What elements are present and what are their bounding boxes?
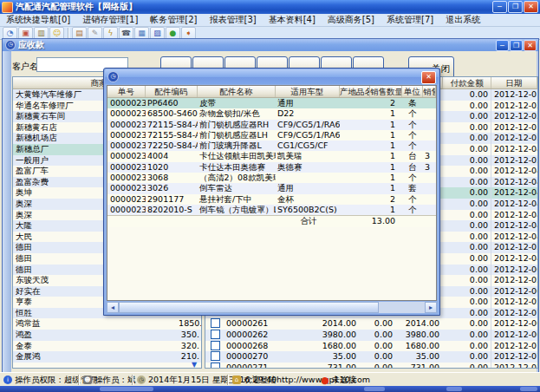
minimize-button[interactable]: ─ (492, 1, 507, 13)
table-row[interactable]: 000002308202010-S倒车镜（方电镀罩）LHSY6500B2C(S)… (107, 205, 436, 215)
window-close-button[interactable]: ✕ (524, 40, 537, 51)
date-cell: 2012-12-04 00:00:0 (491, 253, 537, 265)
list-item[interactable] (13, 363, 201, 369)
table-row[interactable]: 000002612014.000.002014.000.002012-12-06… (205, 318, 537, 330)
window-maximize-button[interactable]: ❐ (510, 40, 523, 51)
payment-cell: 0.00 (443, 220, 491, 232)
payment-cell: 0.00 (443, 275, 491, 286)
part-code-cell: 8202010-S (146, 205, 198, 215)
table-row[interactable]: 000002304004卡仕达领航丰田凯美瑞（8寸凯美瑞1台3 (107, 151, 436, 161)
menu-item-7[interactable]: 退出系统 (439, 14, 486, 26)
list-item[interactable]: 金展鸿210. (13, 351, 201, 363)
window-title: 应收款 (18, 39, 496, 51)
column-header: 适用车型 (276, 86, 340, 97)
table-row[interactable]: 0000023072155-S84-A11前门锁机感应器LHCF9/CG5/1/… (107, 130, 436, 140)
scroll-right-icon[interactable]: ▸ (425, 302, 437, 313)
scroll-down-icon[interactable]: ▼ (192, 361, 197, 369)
date-cell: 2012-12-06 14:56:5 (491, 286, 537, 297)
column-header: 付款金额 (443, 77, 491, 88)
table-row[interactable]: 000002302901177悬挂衬套/下中金杯2个 (107, 194, 436, 205)
menu-item-1[interactable]: 进销存管理[1] (76, 14, 144, 26)
paid-cell: 0.00 (360, 351, 394, 363)
close-button[interactable]: ✕ (524, 1, 538, 13)
part-name-cell: 前门玻璃升降器L (198, 140, 276, 151)
list-item[interactable]: 金泰320. (13, 341, 201, 352)
table-row[interactable]: 000002681680.000.001680.000.002012-12-07… (205, 341, 537, 352)
merchant-name: 鸿盈 (13, 330, 179, 341)
order-number-cell: 00000230 (107, 194, 146, 205)
clock-icon: ◷ (5, 40, 16, 50)
table-row[interactable]: 0000023072250-S84-A02前门玻璃升降器LCG1/CG5/CF1… (107, 140, 436, 151)
menu-item-4[interactable]: 基本资料[4] (263, 14, 322, 26)
part-name-cell: 皮带 (198, 98, 276, 108)
scrollbar-thumb[interactable] (119, 302, 379, 313)
maximize-button[interactable]: ❐ (508, 1, 523, 13)
statusbar: i 操作员权限：超级管理 ☻ 操作员：斌 ◷ 2014年1月15日 星期三 16… (0, 372, 540, 387)
list-item[interactable]: 鸿盈350. (13, 330, 201, 341)
order-number-cell: 00000230 (107, 183, 146, 193)
amount-cell: 2014.00 (280, 318, 360, 330)
table-row[interactable]: 0000023072115-S84-A01前门锁机感应器RHCF9/CG5/1/… (107, 120, 436, 130)
date-cell: 2012-12-04 13:23:0 (491, 199, 537, 210)
payment-cell: 0.00 (443, 210, 491, 221)
quantity-cell: 1 (370, 120, 402, 130)
row-checkbox[interactable] (211, 363, 220, 369)
dialog-close-button[interactable]: ✕ (421, 71, 436, 84)
screen: 汽配通汽配管理软件【网络版】 ─ ❐ ✕ 系统快捷导航[0]进销存管理[1]帐务… (0, 0, 540, 392)
row-checkbox[interactable] (211, 351, 220, 361)
window-minimize-button[interactable]: ─ (496, 40, 509, 51)
quantity-cell: 1 (370, 162, 402, 173)
quantity-cell: 1 (370, 173, 402, 183)
dialog-titlebar[interactable]: ◷ ✕ (105, 69, 439, 84)
table-row[interactable]: 000002303068（高清2）08款凯美瑞摄像头1个 (107, 173, 436, 183)
payment-cell: 0.00 (443, 253, 491, 265)
app-titlebar: 汽配通汽配管理软件【网络版】 ─ ❐ ✕ (0, 0, 540, 14)
list-item[interactable]: 鸿常益1850. (13, 318, 201, 330)
menu-item-2[interactable]: 帐务管理[2] (144, 14, 203, 26)
scroll-left-icon[interactable]: ◂ (107, 302, 119, 313)
date-cell: 2012-12-04 09:27:0 (491, 144, 537, 155)
menu-item-3[interactable]: 报表管理[3] (204, 14, 263, 26)
merchant-name (13, 363, 179, 369)
date-cell: 2012-12-07 15:09:3 (491, 363, 537, 369)
date-cell: 2012-12-06 00:00:0 (491, 330, 537, 341)
table-row[interactable]: 000002301020卡仕达本田奥德赛奥德赛1台3 (107, 162, 436, 173)
part-name-cell: 倒车镜（方电镀罩）LH (198, 205, 276, 215)
menu-item-5[interactable]: 高级商务[5] (322, 14, 381, 26)
part-name-cell: 悬挂衬套/下中 (198, 194, 276, 205)
row-checkbox[interactable] (211, 330, 220, 339)
menu-item-0[interactable]: 系统快捷导航[0] (0, 14, 76, 26)
part-code-cell: 1020 (146, 162, 198, 173)
quantity-cell: 2 (370, 98, 402, 108)
date-cell: 2012-12-05 00:00:0 (491, 297, 537, 308)
date-cell: 2012-12-06 00:00:0 (491, 318, 537, 330)
car-model-cell: CF9/CG5/1/RA6 (276, 130, 340, 140)
menu-item-6[interactable]: 系统管理[7] (381, 14, 439, 26)
table-row[interactable]: 00000271731.000.00731.000.002012-12-07 1… (205, 363, 537, 369)
table-row[interactable]: 0000027035.000.0035.000.002012-12-07 14:… (205, 351, 537, 363)
table-row[interactable]: 000002303026倒车雷达通用1套 (107, 183, 436, 193)
column-header: 销售数量 (370, 86, 402, 97)
dialog-horizontal-scrollbar[interactable]: ◂ ▸ (107, 302, 437, 313)
payment-cell: 0.00 (443, 155, 491, 167)
table-row[interactable]: 000002623980.000.003980.000.002012-12-06… (205, 330, 537, 341)
due-cell: 731.00 (394, 363, 443, 369)
order-number-cell: 00000270 (224, 351, 280, 363)
payment-cell: 0.00 (443, 144, 491, 155)
row-checkbox[interactable] (211, 318, 220, 328)
car-model-cell (276, 173, 340, 183)
table-row[interactable]: 00000230PP6460皮带通用2条 (107, 98, 436, 108)
unit-cell: 条 (402, 98, 423, 108)
order-number-cell: 00000230 (107, 205, 146, 215)
quantity-cell: 1 (370, 108, 402, 119)
amount-cell: 3980.00 (280, 330, 360, 341)
brand-cell (340, 205, 370, 215)
merchant-amount: 1850. (179, 318, 201, 330)
date-cell: 2012-12-07 12:42:0 (491, 341, 537, 352)
quantity-cell: 1 (370, 205, 402, 215)
date-cell: 2012-12-03 17:03:4 (491, 133, 537, 144)
part-code-cell: 72115-S84-A01 (146, 120, 198, 130)
table-row[interactable]: 0000023068500-S4601杂物盒锁扣/米色D221个 (107, 108, 436, 119)
payment-cell: 0.00 (443, 286, 491, 297)
row-checkbox[interactable] (211, 341, 220, 350)
